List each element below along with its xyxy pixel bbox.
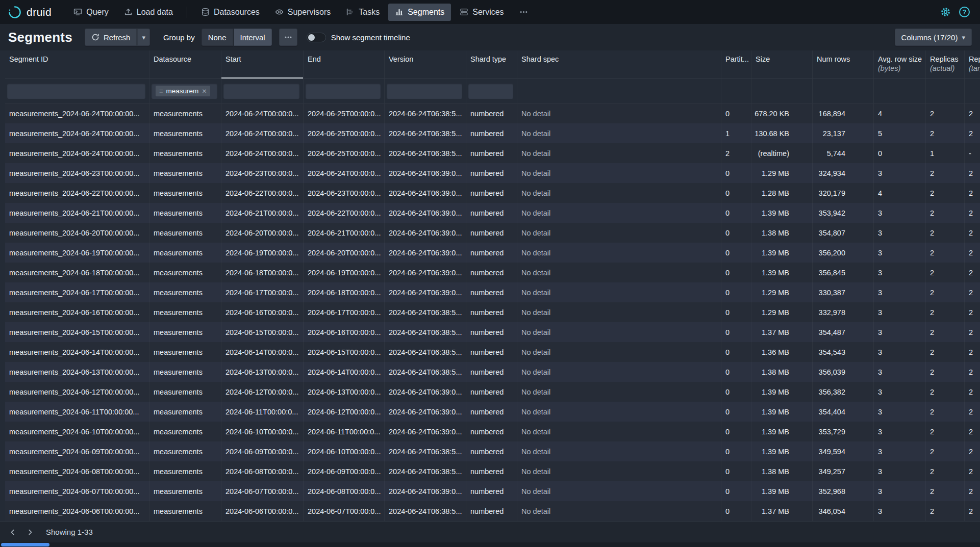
filter-input-start[interactable] xyxy=(223,84,299,99)
cell-datasource: measurements xyxy=(149,243,221,263)
cell-shard-type: numbered xyxy=(466,103,517,123)
table-row[interactable]: measurements_2024-06-08T00:00:00... meas… xyxy=(5,461,980,481)
table-row[interactable]: measurements_2024-06-20T00:00:00... meas… xyxy=(5,223,980,243)
filter-icon: ≡ xyxy=(159,87,163,95)
table-row[interactable]: measurements_2024-06-18T00:00:00... meas… xyxy=(5,263,980,282)
chevron-down-icon: ▾ xyxy=(962,34,965,41)
table-row[interactable]: measurements_2024-06-24T00:00:00... meas… xyxy=(5,103,980,123)
table-row[interactable]: measurements_2024-06-15T00:00:00... meas… xyxy=(5,322,980,342)
nav-more-button[interactable] xyxy=(513,4,535,20)
table-row[interactable]: measurements_2024-06-10T00:00:00... meas… xyxy=(5,422,980,441)
refresh-interval-dropdown[interactable]: ▾ xyxy=(137,29,150,46)
cell-replication-factor: 2 xyxy=(965,163,980,183)
table-row[interactable]: measurements_2024-06-13T00:00:00... meas… xyxy=(5,362,980,382)
table-row[interactable]: measurements_2024-06-14T00:00:00... meas… xyxy=(5,342,980,362)
cell-avg-row-size: 3 xyxy=(874,322,926,342)
cell-datasource: measurements xyxy=(149,362,221,382)
refresh-split-button: Refresh ▾ xyxy=(85,29,150,46)
cell-replication-factor: - xyxy=(965,143,980,163)
table-row[interactable]: measurements_2024-06-12T00:00:00... meas… xyxy=(5,382,980,402)
segment-timeline-toggle[interactable] xyxy=(307,33,326,42)
filter-input-datasource[interactable]: ≡ measurem ✕ xyxy=(152,84,217,99)
filter-input-end[interactable] xyxy=(306,84,381,99)
cell-version: 2024-06-24T06:39:0... xyxy=(385,481,466,501)
table-row[interactable]: measurements_2024-06-06T00:00:00... meas… xyxy=(5,501,980,521)
column-header-segment-id[interactable]: Segment ID xyxy=(5,50,149,79)
chevron-left-icon xyxy=(9,529,16,536)
cell-replication-factor: 2 xyxy=(965,382,980,402)
nav-item-segments[interactable]: Segments xyxy=(388,4,451,21)
table-row[interactable]: measurements_2024-06-23T00:00:00... meas… xyxy=(5,163,980,183)
cell-avg-row-size: 3 xyxy=(874,481,926,501)
cell-end: 2024-06-17T00:00:0... xyxy=(304,302,385,322)
cell-end: 2024-06-18T00:00:0... xyxy=(304,282,385,302)
close-icon[interactable]: ✕ xyxy=(202,88,207,95)
cell-partition: 0 xyxy=(721,422,751,441)
cell-segment-id: measurements_2024-06-12T00:00:00... xyxy=(5,382,149,402)
cell-replication-factor: 2 xyxy=(965,362,980,382)
cell-partition: 0 xyxy=(721,402,751,422)
nav-item-datasources[interactable]: Datasources xyxy=(194,4,266,21)
nav-item-supervisors[interactable]: Supervisors xyxy=(268,4,337,21)
more-options-button[interactable] xyxy=(279,29,297,46)
nav-item-query[interactable]: Query xyxy=(67,4,115,21)
refresh-button[interactable]: Refresh xyxy=(85,29,137,46)
group-by-interval-button[interactable]: Interval xyxy=(234,29,272,46)
brand[interactable]: druid xyxy=(7,5,52,20)
column-header-version[interactable]: Version xyxy=(385,50,466,79)
nav-item-load-data[interactable]: Load data xyxy=(117,4,180,21)
columns-button[interactable]: Columns (17/20) ▾ xyxy=(895,29,972,46)
next-page-button[interactable] xyxy=(22,525,38,540)
column-header-shard-type[interactable]: Shard type xyxy=(466,50,517,79)
column-header-size[interactable]: Size xyxy=(751,50,813,79)
cell-size: (realtime) xyxy=(751,143,813,163)
nav-item-services[interactable]: Services xyxy=(453,4,510,21)
column-header-num-rows[interactable]: Num rows xyxy=(813,50,874,79)
cell-shard-spec: No detail xyxy=(517,183,721,203)
table-row[interactable]: measurements_2024-06-07T00:00:00... meas… xyxy=(5,481,980,501)
group-by-none-button[interactable]: None xyxy=(202,29,233,46)
cell-partition: 0 xyxy=(721,302,751,322)
table-row[interactable]: measurements_2024-06-19T00:00:00... meas… xyxy=(5,243,980,263)
nav-item-tasks[interactable]: Tasks xyxy=(339,4,386,21)
table-row[interactable]: measurements_2024-06-17T00:00:00... meas… xyxy=(5,282,980,302)
cell-shard-spec: No detail xyxy=(517,103,721,123)
table-row[interactable]: measurements_2024-06-11T00:00:00... meas… xyxy=(5,402,980,422)
cell-end: 2024-06-22T00:00:0... xyxy=(304,203,385,223)
column-header-avg-row-size[interactable]: Avg. row size (bytes) xyxy=(874,50,926,79)
column-header-shard-spec[interactable]: Shard spec xyxy=(517,50,721,79)
column-header-partition[interactable]: Partit... xyxy=(721,50,751,79)
cell-replicas: 2 xyxy=(926,461,965,481)
cell-end: 2024-06-24T00:00:0... xyxy=(304,163,385,183)
table-row[interactable]: measurements_2024-06-09T00:00:00... meas… xyxy=(5,441,980,461)
settings-gear-button[interactable] xyxy=(940,7,951,17)
scrollbar-thumb[interactable] xyxy=(1,543,49,546)
cell-size: 1.39 MB xyxy=(751,402,813,422)
column-header-replication-factor[interactable]: Replication factor (target) xyxy=(965,50,980,79)
table-row[interactable]: measurements_2024-06-22T00:00:00... meas… xyxy=(5,183,980,203)
filter-input-segment-id[interactable] xyxy=(7,84,145,99)
cell-segment-id: measurements_2024-06-18T00:00:00... xyxy=(5,263,149,282)
cell-shard-type: numbered xyxy=(466,223,517,243)
cell-num-rows: 320,179 xyxy=(813,183,874,203)
filter-input-shard-type[interactable] xyxy=(468,84,513,99)
cell-size: 1.38 MB xyxy=(751,362,813,382)
cell-partition: 0 xyxy=(721,183,751,203)
help-button[interactable]: ? xyxy=(959,7,970,17)
table-row[interactable]: measurements_2024-06-16T00:00:00... meas… xyxy=(5,302,980,322)
cell-datasource: measurements xyxy=(149,322,221,342)
table-row[interactable]: measurements_2024-06-24T00:00:00... meas… xyxy=(5,123,980,143)
cell-end: 2024-06-09T00:00:0... xyxy=(304,461,385,481)
table-row[interactable]: measurements_2024-06-21T00:00:00... meas… xyxy=(5,203,980,223)
cell-version: 2024-06-24T06:38:5... xyxy=(385,103,466,123)
column-header-datasource[interactable]: Datasource xyxy=(149,50,221,79)
table-filter-row: ≡ measurem ✕ xyxy=(5,79,980,103)
previous-page-button[interactable] xyxy=(5,525,20,540)
column-header-replicas[interactable]: Replicas (actual) xyxy=(926,50,965,79)
column-header-start[interactable]: Start xyxy=(221,50,304,79)
filter-input-version[interactable] xyxy=(387,84,462,99)
column-header-end[interactable]: End xyxy=(304,50,385,79)
cell-partition: 2 xyxy=(721,143,751,163)
table-row[interactable]: measurements_2024-06-24T00:00:00... meas… xyxy=(5,143,980,163)
cell-avg-row-size: 0 xyxy=(874,143,926,163)
